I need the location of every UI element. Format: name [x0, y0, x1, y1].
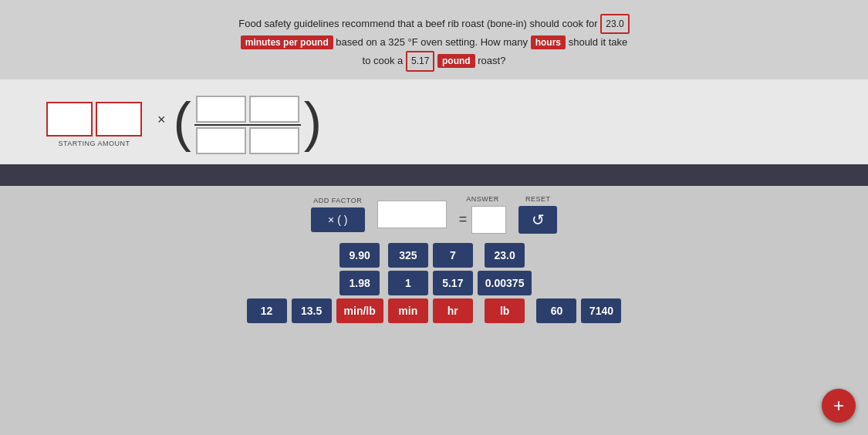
answer-label: ANSWER [466, 195, 499, 203]
fraction-bottom-left[interactable] [196, 127, 246, 154]
add-factor-group: ADD FACTOR × ( ) [311, 197, 365, 232]
tile-col-2: 13.5 [292, 298, 332, 323]
controls-row: ADD FACTOR × ( ) ANSWER = RESET ↺ [311, 195, 558, 234]
paren-right: ) [304, 95, 322, 149]
highlight-pound: pound [437, 54, 475, 68]
starting-amount-box-2[interactable] [96, 102, 142, 137]
highlight-minutes-per-pound: minutes per pound [241, 35, 333, 49]
fraction-stack [194, 96, 301, 154]
highlight-hours: hours [531, 35, 566, 49]
tile-col-3: 9.90 1.98 min/lb [336, 243, 383, 323]
fraction-top-left[interactable] [196, 96, 246, 123]
problem-text-1: Food safety guidelines recommend that a … [238, 18, 597, 29]
fraction-group: ( ) [174, 95, 323, 155]
fab-button[interactable]: + [822, 389, 856, 423]
tile-col-8: 7140 [581, 298, 621, 323]
fraction-bottom-right[interactable] [249, 127, 299, 154]
tile-1[interactable]: 1 [388, 271, 428, 295]
value-23: 23.0 [600, 14, 629, 34]
tile-col-5: 7 5.17 hr [433, 243, 473, 323]
starting-amount-area: STARTING AMOUNT [46, 102, 142, 147]
fraction-top-row [196, 96, 299, 123]
tile-23[interactable]: 23.0 [485, 243, 525, 268]
add-factor-label: ADD FACTOR [313, 197, 362, 204]
add-factor-button[interactable]: × ( ) [311, 207, 365, 232]
value-5-17: 5.17 [406, 51, 434, 71]
problem-section: Food safety guidelines recommend that a … [0, 0, 868, 79]
tile-1-98[interactable]: 1.98 [339, 271, 380, 295]
reset-group: RESET ↺ [518, 195, 557, 234]
tile-0-00375[interactable]: 0.00375 [478, 271, 532, 295]
tile-col-7: 60 [536, 298, 576, 323]
tile-col-6: 23.0 0.00375 lb [478, 243, 532, 323]
paren-left: ( [174, 95, 191, 149]
tile-60[interactable]: 60 [536, 298, 576, 323]
starting-amount-boxes [46, 102, 142, 137]
problem-text-5: roast? [478, 55, 505, 66]
reset-icon: ↺ [532, 211, 545, 229]
tile-7[interactable]: 7 [433, 243, 473, 268]
bottom-section: ADD FACTOR × ( ) ANSWER = RESET ↺ 12 [0, 186, 868, 332]
tile-hr[interactable]: hr [433, 298, 473, 323]
problem-text-3: should it take [569, 36, 628, 48]
dark-divider [0, 164, 868, 186]
tile-9-90[interactable]: 9.90 [339, 243, 380, 268]
tile-325[interactable]: 325 [388, 243, 428, 268]
reset-button[interactable]: ↺ [518, 206, 557, 234]
fraction-top-right[interactable] [249, 96, 299, 123]
factor-input[interactable] [377, 201, 447, 228]
tile-7140[interactable]: 7140 [581, 298, 621, 323]
tile-min-lb[interactable]: min/lb [336, 298, 383, 323]
answer-box[interactable] [471, 206, 506, 234]
equals-sign: = [459, 211, 468, 228]
starting-amount-label: STARTING AMOUNT [58, 140, 130, 147]
tile-col-4: 325 1 min [388, 243, 428, 323]
starting-amount-box-1[interactable] [46, 102, 93, 137]
reset-label: RESET [525, 195, 551, 203]
answer-group: ANSWER = [459, 195, 507, 234]
equation-section: STARTING AMOUNT × ( ) [0, 79, 868, 164]
times-sign: × [157, 112, 166, 128]
tile-12[interactable]: 12 [247, 298, 287, 323]
tile-min[interactable]: min [388, 298, 428, 323]
fraction-line [194, 124, 301, 126]
tile-lb[interactable]: lb [485, 298, 525, 323]
tile-5-17[interactable]: 5.17 [433, 271, 473, 295]
answer-row: = [459, 206, 507, 234]
problem-text-4: to cook a [363, 55, 404, 66]
tile-13-5[interactable]: 13.5 [292, 298, 332, 323]
tiles-area: 12 13.5 9.90 1.98 min/lb 325 1 min 7 5.1… [247, 243, 622, 323]
problem-text: Food safety guidelines recommend that a … [0, 14, 868, 72]
fraction-bottom-row [196, 127, 299, 154]
tile-col-1: 12 [247, 298, 287, 323]
problem-text-2: based on a 325 °F oven setting. How many [336, 36, 528, 48]
